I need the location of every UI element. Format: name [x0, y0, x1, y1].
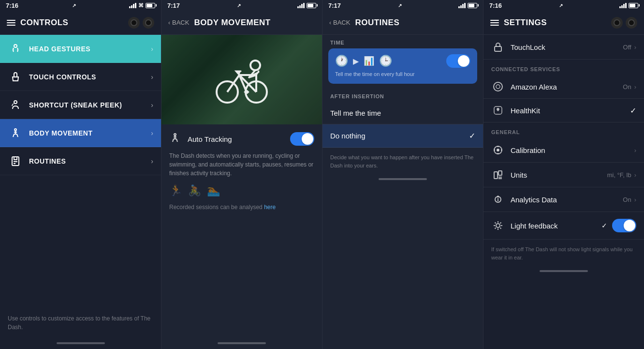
auto-tracking-label: Auto Tracking [188, 135, 290, 143]
settings-item-healthkit[interactable]: HealthKit ✓ [483, 99, 644, 122]
home-bar-settings [483, 267, 644, 277]
back-label-routines: BACK [333, 19, 350, 26]
header-bm: ‹ BACK BODY MOVEMENT [161, 11, 322, 35]
svg-point-2 [15, 129, 16, 131]
svg-rect-15 [494, 172, 498, 179]
settings-item-calibration[interactable]: Calibration › [483, 138, 644, 163]
status-bar-controls: 7:16 ↗ ⌘ [0, 0, 161, 11]
do-nothing-check: ✓ [469, 131, 475, 140]
light-feedback-toggle[interactable] [612, 219, 636, 232]
analytics-value: On [623, 196, 631, 203]
svg-rect-9 [495, 46, 501, 51]
calibration-chevron: › [634, 147, 636, 154]
back-button-routines[interactable]: ‹ BACK [329, 19, 350, 26]
status-bar-routines: 7:17 ↗ [322, 0, 483, 11]
status-icons-bm [297, 3, 316, 8]
touch-controls-icon [8, 71, 23, 83]
arrow-settings: ↗ [559, 3, 563, 8]
svg-point-14 [497, 149, 499, 151]
signal-icon-bm [297, 3, 305, 8]
time-routines: 7:17 [328, 2, 341, 9]
settings-item-units[interactable]: Units mi, °F, lb › [483, 163, 644, 187]
healthkit-label: HealthKit [511, 106, 630, 115]
time-toggle[interactable] [446, 54, 470, 68]
units-label: Units [511, 171, 607, 179]
menu-icon-settings[interactable] [490, 20, 499, 26]
waveform-icon: 📊 [364, 56, 374, 66]
healthkit-check: ✓ [630, 106, 636, 115]
wifi-icon-controls: ⌘ [138, 2, 144, 9]
clock-filled-icon: 🕒 [379, 55, 392, 67]
time-card-icons-row: 🕐 ▶ 📊 🕒 [335, 54, 470, 68]
bm-description: The Dash detects when you are running, c… [169, 152, 314, 178]
auto-tracking-row: Auto Tracking [169, 132, 314, 146]
activity-icons: 🏃 🚴 🏊 [169, 184, 314, 197]
bm-hero-image [161, 35, 322, 124]
header-settings: SETTINGS [483, 11, 644, 35]
touchlock-chevron: › [634, 44, 636, 51]
nav-item-shortcut[interactable]: SHORTCUT (SNEAK PEEK) › [0, 91, 161, 119]
shortcut-chevron: › [151, 101, 153, 109]
arrow-controls: ↗ [72, 3, 76, 8]
bm-content: Auto Tracking The Dash detects when you … [161, 124, 322, 339]
back-button-bm[interactable]: ‹ BACK [168, 19, 189, 26]
nav-item-routines[interactable]: ROUTINES › [0, 147, 161, 175]
body-movement-chevron: › [151, 129, 153, 137]
back-chevron-routines: ‹ [329, 19, 331, 26]
svg-point-11 [496, 85, 500, 89]
signal-icon-settings [619, 3, 627, 8]
svg-point-19 [496, 224, 500, 228]
settings-item-light-feedback[interactable]: Light feedback ✓ [483, 212, 644, 240]
cycling-icon: 🚴 [188, 184, 201, 197]
panel-settings: 7:16 ↗ SETTINGS [483, 0, 644, 349]
settings-item-amazon-alexa[interactable]: Amazon Alexa On › [483, 75, 644, 99]
light-feedback-toggle-group: ✓ [601, 219, 636, 232]
settings-item-touchlock[interactable]: TouchLock Off › [483, 35, 644, 60]
routines-item-tell-time[interactable]: Tell me the time [322, 102, 483, 124]
time-card-label: Tell me the time on every full hour [335, 71, 470, 78]
calibration-icon [491, 145, 505, 155]
amazon-alexa-value: On [623, 83, 631, 91]
panel-body-movement: 7:17 ↗ ‹ BACK BODY MOVEMENT [161, 0, 322, 349]
nav-item-head-gestures[interactable]: HEAD GESTURES › [0, 35, 161, 63]
shortcut-label: SHORTCUT (SNEAK PEEK) [29, 101, 151, 109]
nav-item-body-movement[interactable]: BODY MOVEMENT › [0, 119, 161, 147]
settings-title: SETTINGS [504, 18, 547, 28]
back-label-bm: BACK [172, 19, 189, 26]
nav-item-touch-controls[interactable]: TOUCH CONTROLS › [0, 63, 161, 91]
do-nothing-label: Do nothing [330, 132, 469, 140]
touchlock-value: Off [623, 44, 631, 51]
settings-item-analytics[interactable]: Analytics Data On › [483, 187, 644, 212]
swimming-icon: 🏊 [207, 184, 220, 197]
routines-label: ROUTINES [29, 157, 151, 165]
auto-tracking-toggle[interactable] [290, 132, 314, 146]
status-icons-settings [619, 3, 638, 8]
earbud-left-settings [611, 17, 623, 29]
head-gestures-label: HEAD GESTURES [29, 45, 151, 53]
general-header: GENERAL [483, 122, 644, 138]
panel-controls: 7:16 ↗ ⌘ CONTROLS [0, 0, 161, 349]
time-toggle-knob [458, 55, 469, 67]
clock-outline-icon: 🕐 [335, 55, 348, 67]
bm-link-anchor[interactable]: here [264, 204, 276, 211]
menu-icon[interactable] [7, 20, 15, 26]
light-feedback-toggle-knob [624, 220, 635, 231]
connected-services-header: CONNECTED SERVICES [483, 60, 644, 75]
battery-icon-controls [146, 3, 155, 8]
battery-icon-routines [468, 3, 477, 8]
calibration-label: Calibration [511, 146, 634, 154]
battery-icon-settings [629, 3, 638, 8]
bm-link-text: Recorded sessions can be analysed here [169, 204, 314, 211]
status-icons-controls: ⌘ [129, 2, 155, 9]
auto-tracking-icon [169, 132, 183, 146]
routines-title: ROUTINES [355, 18, 399, 28]
time-toggle-switch[interactable] [446, 54, 470, 68]
analytics-icon [491, 194, 505, 205]
back-chevron-bm: ‹ [168, 19, 170, 26]
earbuds-settings [611, 17, 637, 29]
body-movement-label: BODY MOVEMENT [29, 129, 151, 137]
body-movement-icon [8, 127, 23, 139]
routines-item-do-nothing[interactable]: Do nothing ✓ [322, 124, 483, 148]
status-bar-settings: 7:16 ↗ [483, 0, 644, 11]
svg-point-1 [14, 101, 17, 104]
